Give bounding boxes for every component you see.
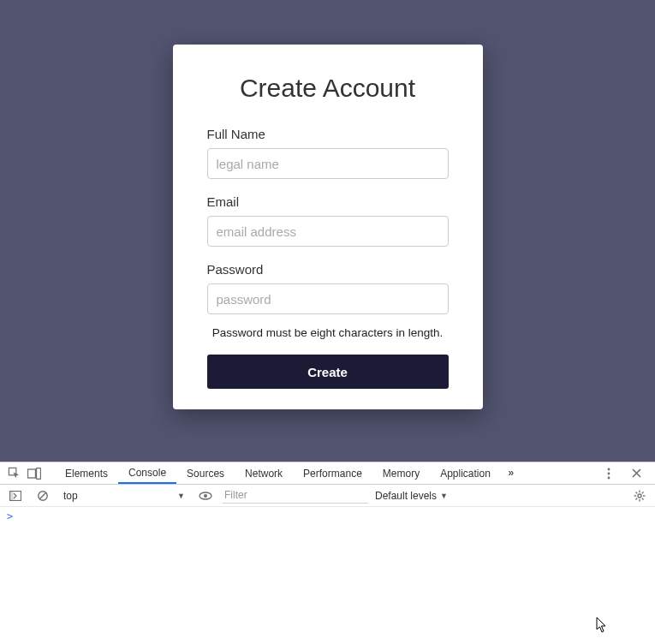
password-input[interactable] bbox=[207, 283, 449, 314]
email-input[interactable] bbox=[207, 216, 449, 247]
devtools-panel: Elements Console Sources Network Perform… bbox=[0, 462, 655, 644]
tab-performance[interactable]: Performance bbox=[293, 462, 372, 484]
execution-context-label: top bbox=[63, 490, 78, 502]
svg-point-11 bbox=[204, 494, 207, 498]
more-tabs-icon[interactable]: » bbox=[501, 462, 521, 483]
email-label: Email bbox=[207, 194, 449, 209]
tab-application[interactable]: Application bbox=[430, 462, 501, 484]
live-expression-icon[interactable] bbox=[195, 486, 216, 506]
svg-rect-1 bbox=[28, 469, 36, 478]
tab-memory[interactable]: Memory bbox=[372, 462, 430, 484]
devtools-tabbar-right bbox=[598, 463, 652, 484]
password-label: Password bbox=[207, 262, 449, 277]
kebab-menu-icon[interactable] bbox=[598, 463, 619, 484]
fullname-label: Full Name bbox=[207, 127, 449, 141]
svg-line-18 bbox=[642, 498, 644, 499]
console-toolbar: top ▼ Default levels ▼ bbox=[0, 485, 655, 507]
create-button[interactable]: Create bbox=[207, 355, 449, 389]
svg-point-4 bbox=[608, 472, 610, 474]
tab-elements[interactable]: Elements bbox=[55, 462, 118, 484]
app-viewport: Create Account Full Name Email Password … bbox=[0, 0, 655, 462]
fullname-field: Full Name bbox=[207, 127, 449, 179]
fullname-input[interactable] bbox=[207, 148, 449, 179]
log-levels-label: Default levels bbox=[375, 490, 437, 502]
chevron-down-icon: ▼ bbox=[177, 492, 185, 500]
svg-point-12 bbox=[638, 494, 641, 498]
svg-point-5 bbox=[608, 476, 610, 479]
svg-line-9 bbox=[39, 492, 45, 498]
console-filter-input[interactable] bbox=[223, 488, 368, 504]
svg-line-19 bbox=[642, 492, 644, 493]
close-devtools-icon[interactable] bbox=[626, 463, 646, 484]
console-prompt-icon: > bbox=[7, 510, 13, 522]
devtools-tabs: Elements Console Sources Network Perform… bbox=[55, 462, 598, 484]
console-settings-icon[interactable] bbox=[629, 486, 650, 506]
chevron-down-icon: ▼ bbox=[440, 492, 448, 500]
console-sidebar-toggle-icon[interactable] bbox=[5, 486, 26, 506]
tab-console[interactable]: Console bbox=[118, 462, 176, 484]
inspect-element-icon[interactable] bbox=[3, 463, 24, 484]
clear-console-icon[interactable] bbox=[33, 486, 53, 506]
svg-point-3 bbox=[608, 468, 610, 470]
svg-rect-2 bbox=[37, 468, 41, 479]
devtools-tabbar: Elements Console Sources Network Perform… bbox=[0, 462, 655, 485]
console-output[interactable]: > bbox=[0, 507, 655, 526]
tab-sources[interactable]: Sources bbox=[176, 462, 235, 484]
password-field: Password bbox=[207, 262, 449, 314]
password-hint: Password must be eight characters in len… bbox=[207, 326, 449, 339]
svg-line-20 bbox=[635, 498, 637, 499]
tab-network[interactable]: Network bbox=[235, 462, 293, 484]
email-field: Email bbox=[207, 194, 449, 247]
execution-context-select[interactable]: top ▼ bbox=[60, 488, 188, 504]
device-toolbar-icon[interactable] bbox=[24, 463, 45, 484]
create-account-card: Create Account Full Name Email Password … bbox=[173, 45, 483, 409]
form-title: Create Account bbox=[207, 74, 449, 103]
svg-line-17 bbox=[635, 492, 637, 493]
log-levels-select[interactable]: Default levels ▼ bbox=[375, 490, 448, 502]
svg-rect-7 bbox=[10, 491, 14, 500]
